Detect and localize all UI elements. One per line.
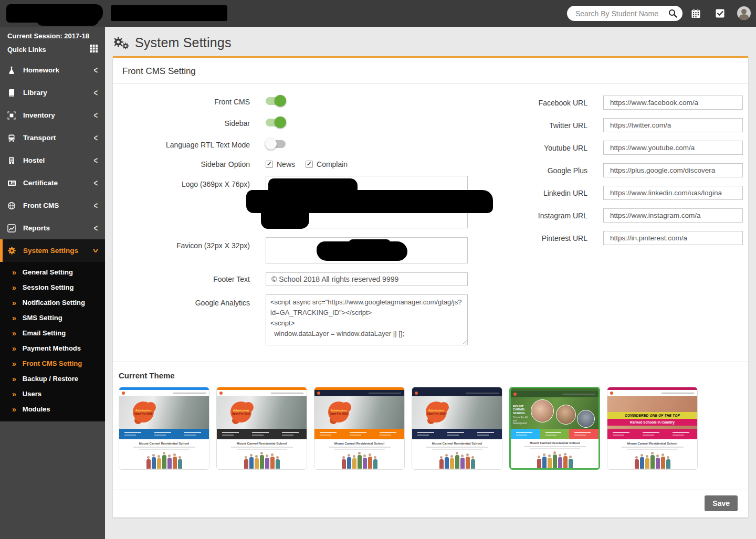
submenu-item[interactable]: » Modules: [0, 401, 105, 417]
footer-text-input[interactable]: [266, 272, 468, 286]
chevron-left-icon: <: [93, 132, 98, 143]
favicon-row: Favicon (32px X 32px): [121, 237, 476, 263]
sidebar-item-homework[interactable]: Homework <: [0, 59, 105, 81]
gears-icon: [7, 246, 17, 255]
submenu-item[interactable]: » SMS Setting: [0, 310, 105, 325]
double-chevron-icon: »: [12, 375, 16, 383]
checkbox[interactable]: [266, 161, 273, 168]
sidebar-item-library[interactable]: Library <: [0, 81, 105, 104]
sidebar-item-transport[interactable]: Transport <: [0, 126, 105, 149]
favicon-preview: [266, 237, 468, 263]
panel-heading: Front CMS Setting: [113, 58, 748, 84]
submenu-item[interactable]: » Payment Methods: [0, 341, 105, 356]
form-left-column: Front CMS Sidebar Language RTL Text Mode: [121, 96, 476, 347]
theme-hero: Admission Open For 2019: [217, 396, 307, 429]
theme-feature-strip: [607, 429, 697, 439]
theme-thumbnail[interactable]: Admission Open For 2019 Mo: [314, 387, 405, 470]
theme-hero: Admission Open For 2019: [314, 396, 404, 429]
checkbox-item[interactable]: News: [266, 160, 295, 168]
submenu-item[interactable]: » Notification Setting: [0, 295, 105, 310]
chevron-down-icon: <: [90, 249, 101, 253]
current-session-label: Current Session: 2017-18: [7, 32, 98, 40]
toggle-switch[interactable]: [266, 140, 286, 148]
students-illustration: [244, 452, 280, 469]
submenu-item[interactable]: » Email Setting: [0, 325, 105, 341]
quick-links-grid-icon[interactable]: [90, 45, 98, 52]
url-input[interactable]: [603, 96, 743, 110]
double-chevron-icon: »: [12, 314, 16, 322]
theme-thumbnail[interactable]: Admission Open For 2019 Mo: [412, 387, 502, 470]
building-icon: [7, 156, 17, 165]
url-input[interactable]: [603, 186, 743, 200]
sidebar-menu: Homework < Library < Inventory < Transpo…: [0, 59, 105, 262]
form-right-column: Facebook URL Twitter URL Youtube URL: [476, 96, 748, 347]
sidebar-item-system-settings[interactable]: System Settings <: [0, 239, 105, 262]
double-chevron-icon: »: [12, 329, 16, 337]
url-input[interactable]: [603, 163, 743, 177]
theme-thumbnail[interactable]: Admission Open For 2019 Mo: [119, 387, 209, 470]
user-avatar[interactable]: [737, 6, 751, 20]
hero-side-text: MOUNT CARMEL SCHOOLSchool For All and De…: [513, 405, 531, 426]
search-icon[interactable]: [668, 9, 677, 18]
sidebar-filler: [0, 421, 105, 539]
chevron-left-icon: <: [93, 223, 98, 234]
submenu-item[interactable]: » Front CMS Setting: [0, 356, 105, 371]
chart-icon: [7, 224, 17, 232]
section-divider: [113, 362, 748, 362]
url-input[interactable]: [603, 118, 743, 132]
theme-body: Mount Carmel Residential School: [314, 439, 404, 469]
checkbox-item[interactable]: Complain: [306, 160, 348, 168]
top-header: [0, 0, 756, 27]
url-input[interactable]: [603, 208, 743, 223]
theme-navbar: [607, 390, 697, 396]
calendar-icon[interactable]: [690, 7, 701, 19]
url-input[interactable]: [603, 141, 743, 155]
theme-navbar: [314, 390, 404, 396]
theme-body: Mount Carmel Residential School: [607, 439, 697, 469]
theme-feature-strip: [314, 429, 404, 439]
toggle-switch[interactable]: [266, 119, 286, 126]
redacted-school-name: [111, 5, 227, 21]
theme-thumbnail[interactable]: Admission Open For 2019 Mo: [216, 387, 307, 470]
sidebar-item-inventory[interactable]: Inventory <: [0, 104, 105, 126]
theme-hero: Admission Open For 2019: [119, 396, 209, 429]
sidebar-item-certificate[interactable]: Certificate <: [0, 172, 105, 194]
gears-icon: [114, 36, 130, 50]
url-input[interactable]: [603, 231, 743, 245]
sidebar-header: Current Session: 2017-18 Quick Links: [0, 27, 105, 57]
sidebar-item-reports[interactable]: Reports <: [0, 217, 105, 239]
current-theme-heading: Current Theme: [119, 371, 748, 380]
double-chevron-icon: »: [12, 283, 16, 292]
system-settings-submenu: » General Setting » Session Setting » No…: [0, 262, 105, 421]
submenu-item[interactable]: » Session Setting: [0, 280, 105, 295]
students-illustration: [439, 452, 475, 469]
box-icon: [7, 111, 17, 120]
theme-feature-strip: [119, 429, 209, 439]
tasks-icon[interactable]: [714, 7, 726, 19]
submenu-item[interactable]: » Backup / Restore: [0, 371, 105, 386]
toggle-rows: Front CMS Sidebar Language RTL Text Mode: [121, 96, 476, 151]
theme-thumbnail[interactable]: MOUNT CARMEL SCHOOLSchool For All and De…: [509, 387, 600, 470]
submenu-item[interactable]: » General Setting: [0, 265, 105, 280]
url-row: Linkedin URL: [476, 186, 743, 200]
main-content: System Settings Front CMS Setting Front …: [105, 27, 756, 539]
theme-gallery: Admission Open For 2019 Mo: [113, 387, 748, 490]
students-illustration: [537, 451, 573, 468]
sidebar-item-hostel[interactable]: Hostel <: [0, 149, 105, 172]
google-analytics-textarea[interactable]: [266, 294, 468, 345]
toggle-row: Sidebar: [121, 117, 476, 130]
toggle-row: Language RTL Text Mode: [121, 139, 476, 151]
save-button[interactable]: Save: [705, 495, 738, 511]
toggle-row: Front CMS: [121, 96, 476, 108]
search-input[interactable]: [575, 9, 668, 18]
sidebar-option-checkboxes: News Complain: [266, 160, 468, 168]
submenu-item[interactable]: » Users: [0, 386, 105, 401]
checkbox[interactable]: [306, 161, 313, 168]
logo-row: Logo (369px X 76px): [121, 176, 476, 228]
theme-thumbnail[interactable]: CONSIDERED ONE OF THE TOP Ranked Schools…: [607, 387, 698, 470]
theme-hero: CONSIDERED ONE OF THE TOP Ranked Schools…: [607, 396, 697, 429]
toggle-switch[interactable]: [266, 97, 286, 105]
sidebar-item-front-cms[interactable]: Front CMS <: [0, 194, 105, 217]
hero-band-1: CONSIDERED ONE OF THE TOP: [607, 412, 697, 419]
students-illustration: [342, 452, 377, 469]
